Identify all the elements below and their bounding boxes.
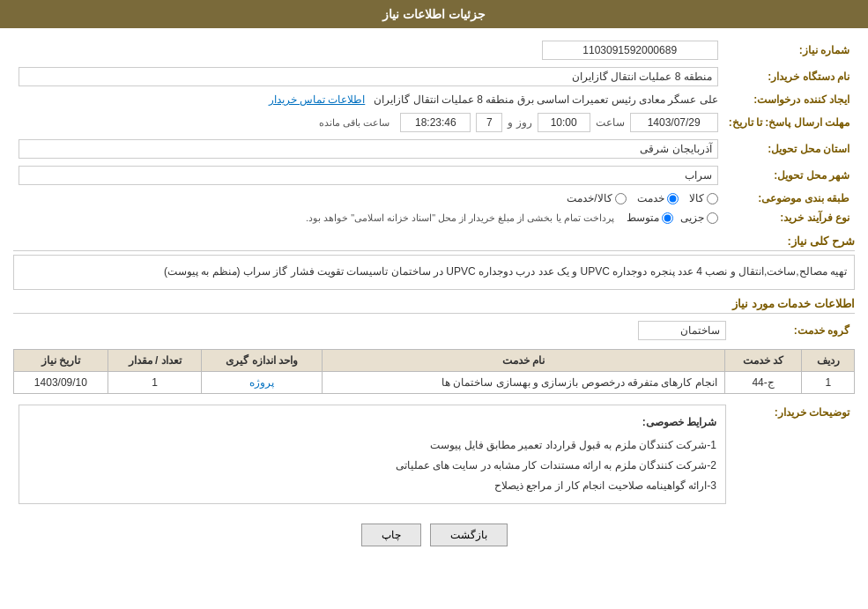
requester-label: ایجاد کننده درخواست: xyxy=(723,90,855,109)
description-box: تهیه مصالح,ساخت,انتقال و نصب 4 عدد پنجره… xyxy=(13,255,855,290)
cell-service-name: انجام کارهای متفرقه درخصوص بازسازی و بهس… xyxy=(323,371,725,393)
col-row-number: ردیف xyxy=(802,349,855,371)
type-label-kala: کالا xyxy=(689,192,704,204)
deadline-row-content: 1403/07/29 ساعت 10:00 روز و 7 18:23:46 س… xyxy=(19,113,718,132)
province-row: استان محل تحویل: آذربایجان شرقی xyxy=(13,136,855,162)
type-label: طبقه بندی موضوعی: xyxy=(723,189,855,208)
day-label: روز و xyxy=(508,116,531,129)
buyer-desc-box: شرایط خصوصی: 1-شرکت کنندگان ملزم به قبول… xyxy=(19,405,726,504)
button-group: بازگشت چاپ xyxy=(13,524,855,546)
requester-value: علی عسگر معادی رئیس تعمیرات اساسی برق من… xyxy=(374,93,717,106)
purchase-option-motavasset[interactable]: متوسط xyxy=(627,212,673,224)
main-content: شماره نیاز: 1103091592000689 نام دستگاه … xyxy=(0,28,868,564)
col-service-code: کد خدمت xyxy=(724,349,802,371)
purchase-type-label: نوع فرآیند خرید: xyxy=(723,208,855,227)
type-row: طبقه بندی موضوعی: کالا خدمت xyxy=(13,189,855,208)
deadline-row: مهلت ارسال پاسخ: تا تاریخ: 1403/07/29 سا… xyxy=(13,109,855,136)
purchase-radio-group: جزیی متوسط پرداخت تمام یا بخشی از مبلغ خ… xyxy=(19,212,718,224)
city-row: شهر محل تحویل: سراب xyxy=(13,162,855,189)
deadline-label: مهلت ارسال پاسخ: تا تاریخ: xyxy=(723,109,855,136)
service-group-value: ساختمان xyxy=(638,321,726,340)
city-label: شهر محل تحویل: xyxy=(723,162,855,189)
type-radio-group: کالا خدمت کالا/خدمت xyxy=(19,192,718,204)
service-info-section: اطلاعات خدمات مورد نیاز xyxy=(13,297,855,314)
deadline-days: 7 xyxy=(476,113,502,132)
service-group-row: گروه خدمت: ساختمان xyxy=(13,317,855,344)
type-radio-kala[interactable] xyxy=(707,193,718,204)
service-group-table: گروه خدمت: ساختمان xyxy=(13,317,855,344)
remaining-label: ساعت باقی مانده xyxy=(319,117,389,129)
remaining-time: 18:23:46 xyxy=(400,113,471,132)
col-date: تاریخ نیاز xyxy=(14,349,108,371)
buyer-desc-label: توضیحات خریدار: xyxy=(731,401,855,515)
deadline-date: 1403/07/29 xyxy=(630,113,718,132)
type-label-khedmat: خدمت xyxy=(637,192,664,204)
need-number-label: شماره نیاز: xyxy=(723,37,855,63)
type-radio-kala-khedmat[interactable] xyxy=(615,193,627,204)
province-label: استان محل تحویل: xyxy=(723,136,855,162)
service-group-label: گروه خدمت: xyxy=(731,317,855,344)
time-label: ساعت xyxy=(596,116,625,129)
info-table: شماره نیاز: 1103091592000689 نام دستگاه … xyxy=(13,37,855,227)
buyer-org-label: نام دستگاه خریدار: xyxy=(723,63,855,90)
col-unit: واحد اندازه گیری xyxy=(202,349,323,371)
col-quantity: تعداد / مقدار xyxy=(108,349,202,371)
service-table-header: ردیف کد خدمت نام خدمت واحد اندازه گیری ت… xyxy=(14,349,855,371)
type-option-kala-khedmat[interactable]: کالا/خدمت xyxy=(567,192,626,204)
purchase-type-row: نوع فرآیند خرید: جزیی متوسط پرداخت تمام … xyxy=(13,208,855,227)
back-button[interactable]: بازگشت xyxy=(430,524,508,546)
page-wrapper: جزئیات اطلاعات نیاز شماره نیاز: 11030915… xyxy=(0,0,868,609)
requester-row: ایجاد کننده درخواست: علی عسگر معادی رئیس… xyxy=(13,90,855,109)
purchase-radio-motavasset[interactable] xyxy=(662,212,673,224)
purchase-note: پرداخت تمام یا بخشی از مبلغ خریدار از مح… xyxy=(306,212,614,224)
buyer-org-value: منطقه 8 عملیات انتقال گازایران xyxy=(19,67,718,86)
description-section-label: شرح کلی نیاز: xyxy=(13,234,855,251)
cell-quantity: 1 xyxy=(108,371,202,393)
cell-service-code: ج-44 xyxy=(724,371,802,393)
buyer-desc-title: شرایط خصوصی: xyxy=(28,412,716,433)
type-option-khedmat[interactable]: خدمت xyxy=(637,192,679,204)
type-label-kala-khedmat: کالا/خدمت xyxy=(567,192,612,204)
buyer-org-row: نام دستگاه خریدار: منطقه 8 عملیات انتقال… xyxy=(13,63,855,90)
purchase-label-motavasset: متوسط xyxy=(627,212,659,224)
city-value: سراب xyxy=(19,166,718,185)
buyer-desc-row: توضیحات خریدار: شرایط خصوصی: 1-شرکت کنند… xyxy=(13,401,855,515)
description-text: تهیه مصالح,ساخت,انتقال و نصب 4 عدد پنجره… xyxy=(164,265,847,278)
buyer-desc-item: 3-ارائه گواهینامه صلاحیت انجام کار از مر… xyxy=(28,476,716,496)
buyer-desc-table: توضیحات خریدار: شرایط خصوصی: 1-شرکت کنند… xyxy=(13,401,855,515)
buyer-desc-item: 1-شرکت کنندگان ملزم به قبول قرارداد تعمی… xyxy=(28,435,716,456)
cell-unit: پروژه xyxy=(202,371,323,393)
purchase-label-jozi: جزیی xyxy=(680,212,704,224)
need-number-row: شماره نیاز: 1103091592000689 xyxy=(13,37,855,63)
service-table: ردیف کد خدمت نام خدمت واحد اندازه گیری ت… xyxy=(13,349,855,394)
need-number-value: 1103091592000689 xyxy=(542,41,718,60)
cell-date: 1403/09/10 xyxy=(14,371,108,393)
contact-link[interactable]: اطلاعات تماس خریدار xyxy=(269,93,366,106)
deadline-time: 10:00 xyxy=(538,113,590,132)
cell-row-number: 1 xyxy=(802,371,855,393)
province-value: آذربایجان شرقی xyxy=(19,139,718,159)
purchase-radio-jozi[interactable] xyxy=(707,212,718,224)
page-header: جزئیات اطلاعات نیاز xyxy=(0,0,868,28)
print-button[interactable]: چاپ xyxy=(361,524,421,546)
col-service-name: نام خدمت xyxy=(323,349,725,371)
table-row: 1 ج-44 انجام کارهای متفرقه درخصوص بازساز… xyxy=(14,371,855,393)
buyer-desc-items: 1-شرکت کنندگان ملزم به قبول قرارداد تعمی… xyxy=(28,435,716,495)
buyer-desc-item: 2-شرکت کنندگان ملزم به ارائه مستندات کار… xyxy=(28,456,716,476)
type-radio-khedmat[interactable] xyxy=(667,193,679,204)
type-option-kala[interactable]: کالا xyxy=(689,192,718,204)
purchase-option-jozi[interactable]: جزیی xyxy=(680,212,718,224)
page-title: جزئیات اطلاعات نیاز xyxy=(382,7,486,21)
